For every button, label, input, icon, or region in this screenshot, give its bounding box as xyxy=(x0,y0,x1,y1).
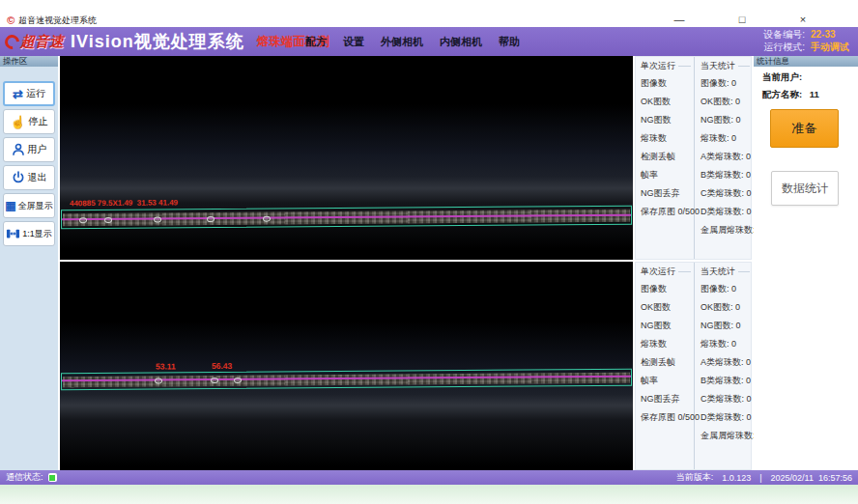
inner-camera-viewport[interactable]: 53.11 56.43 xyxy=(60,262,633,470)
camera1-bounding-box xyxy=(61,206,632,230)
run-icon: ⇄ xyxy=(13,88,23,100)
bead-mark xyxy=(155,378,162,383)
day-stats-column: 当天统计 图像数: 0 OK图数: 0 NG图数: 0 熔珠数: 0 A类熔珠数… xyxy=(695,263,753,469)
minimize-button[interactable]: — xyxy=(669,13,690,26)
stat-row: 熔珠数: 0 xyxy=(701,129,753,148)
close-button[interactable]: × xyxy=(792,13,814,26)
brand-swoosh-icon xyxy=(2,31,22,51)
current-user-label: 当前用户: xyxy=(762,71,802,82)
single-run-title: 单次运行 xyxy=(641,266,694,277)
stats-panel-outer: 单次运行 图像数 OK图数 NG图数 熔珠数 检测丢帧 帧率 NG图丢弃 保存原… xyxy=(635,56,752,260)
user-button[interactable]: 用户 xyxy=(3,137,55,162)
sidebar-title: 操作区 xyxy=(0,56,58,67)
stat-row: C类熔珠数: 0 xyxy=(701,184,753,203)
camera2-detection-overlay: 53.11 56.43 xyxy=(61,358,632,396)
recipe-name-label: 配方名称: xyxy=(762,89,802,99)
run-button[interactable]: ⇄ 运行 xyxy=(3,81,55,106)
bead-mark xyxy=(154,217,161,223)
stat-row: 熔珠数: 0 xyxy=(701,335,753,353)
bead-mark xyxy=(263,216,271,222)
stat-row: NG图数 xyxy=(641,317,694,335)
stat-row: 熔珠数 xyxy=(641,335,694,353)
stat-row: A类熔珠数: 0 xyxy=(701,353,753,372)
stat-row: 熔珠数 xyxy=(641,129,694,148)
fullscreen-button[interactable]: ▦ 全屏显示 xyxy=(3,193,55,218)
menu-outer-camera[interactable]: 外侧相机 xyxy=(381,35,423,49)
stat-row: 图像数: 0 xyxy=(701,74,753,93)
one-to-one-button[interactable]: 1:1显示 xyxy=(3,221,55,246)
recipe-name-value: 11 xyxy=(810,89,819,99)
stats-panel-inner: 单次运行 图像数 OK图数 NG图数 熔珠数 检测丢帧 帧率 NG图丢弃 保存原… xyxy=(635,262,752,470)
stat-row: NG图丢弃 xyxy=(641,390,694,408)
camera1-measurement-annotation: 440885 79.5X1.49 31.53 41.49 xyxy=(70,198,178,208)
camera1-detection-overlay: 440885 79.5X1.49 31.53 41.49 xyxy=(61,195,632,233)
brand-name: 超音速 xyxy=(20,33,64,51)
os-titlebar: © 超音速视觉处理系统 — □ × xyxy=(0,0,858,27)
run-label: 运行 xyxy=(26,87,45,100)
stat-row: 金属屑熔珠数: 0 xyxy=(701,427,753,445)
menu-settings[interactable]: 设置 xyxy=(343,35,364,49)
menu-recipe[interactable]: 配方 xyxy=(305,35,327,49)
stat-row: B类熔珠数: 0 xyxy=(701,372,753,390)
comm-status-led-icon xyxy=(48,473,57,482)
user-icon xyxy=(12,143,25,156)
device-id-label: 设备编号: xyxy=(763,29,805,41)
operation-sidebar: 操作区 ⇄ 运行 ☝ 停止 用户 退出 ▦ 全屏显示 xyxy=(0,56,58,470)
menu-help[interactable]: 帮助 xyxy=(499,35,520,49)
current-user-row: 当前用户: xyxy=(762,71,858,84)
one-to-one-label: 1:1显示 xyxy=(22,228,52,240)
statistics-info-panel: 统计信息 当前用户: 配方名称: 11 准备 数据统计 xyxy=(754,56,858,470)
power-icon xyxy=(12,171,25,184)
fullscreen-icon: ▦ xyxy=(5,200,15,211)
stat-row: C类熔珠数: 0 xyxy=(701,390,753,408)
exit-label: 退出 xyxy=(28,171,47,184)
user-label: 用户 xyxy=(28,143,47,156)
stat-row: NG图数: 0 xyxy=(701,317,753,335)
stop-label: 停止 xyxy=(29,115,48,128)
single-run-column: 单次运行 图像数 OK图数 NG图数 熔珠数 检测丢帧 帧率 NG图丢弃 保存原… xyxy=(636,57,695,259)
stat-row: B类熔珠数: 0 xyxy=(701,166,753,184)
stat-row: 帧率 xyxy=(641,372,694,390)
day-stats-title: 当天统计 xyxy=(701,60,753,71)
stat-row: D类熔珠数: 0 xyxy=(701,203,753,221)
bead-mark xyxy=(207,216,214,222)
camera2-bounding-box xyxy=(61,369,632,391)
status-datetime: 2025/02/11 16:57:56 xyxy=(771,473,852,483)
version-value: 1.0.123 xyxy=(722,473,751,483)
desktop-background xyxy=(0,485,858,504)
page-title: IVision视觉处理系统 xyxy=(71,30,244,53)
stat-row: 图像数: 0 xyxy=(701,280,753,298)
data-statistics-button[interactable]: 数据统计 xyxy=(771,171,839,206)
fullscreen-label: 全屏显示 xyxy=(18,200,53,212)
app-window: © 超音速视觉处理系统 — □ × 超音速 IVision视觉处理系统 熔珠端面… xyxy=(0,0,858,504)
menu-inner-camera[interactable]: 内侧相机 xyxy=(440,35,482,49)
version-block: 当前版本: 1.0.123 | 2025/02/11 16:57:56 xyxy=(676,470,852,485)
maximize-button[interactable]: □ xyxy=(731,13,753,26)
stat-row: OK图数 xyxy=(641,298,694,317)
stat-row: 检测丢帧 xyxy=(641,353,694,372)
run-mode-label: 运行模式: xyxy=(763,42,805,53)
device-info: 设备编号: 22-33 运行模式: 手动调试 xyxy=(763,29,849,53)
comm-status-label: 通信状态: xyxy=(6,471,43,484)
brand-block: 超音速 IVision视觉处理系统 熔珠端面检测 xyxy=(5,27,329,56)
status-divider: | xyxy=(759,473,761,483)
stop-hand-icon: ☝ xyxy=(10,116,25,128)
device-id-value: 22-33 xyxy=(811,29,849,41)
stat-row: 保存原图 0/500 xyxy=(641,408,694,427)
stop-button[interactable]: ☝ 停止 xyxy=(3,109,55,134)
stat-row: NG图数 xyxy=(641,111,694,129)
prepare-button[interactable]: 准备 xyxy=(770,109,839,148)
exit-button[interactable]: 退出 xyxy=(3,165,55,190)
info-panel-title: 统计信息 xyxy=(754,56,858,67)
recipe-name-row: 配方名称: 11 xyxy=(762,89,858,101)
stat-row: D类熔珠数: 0 xyxy=(701,408,753,427)
comm-status: 通信状态: xyxy=(6,470,57,485)
day-stats-column: 当天统计 图像数: 0 OK图数: 0 NG图数: 0 熔珠数: 0 A类熔珠数… xyxy=(695,57,753,259)
outer-camera-viewport[interactable]: 440885 79.5X1.49 31.53 41.49 xyxy=(60,56,633,260)
main-menu: 配方 设置 外侧相机 内侧相机 帮助 xyxy=(305,27,520,56)
stat-row: OK图数 xyxy=(641,93,694,111)
bead-mark xyxy=(234,378,242,383)
stat-row: OK图数: 0 xyxy=(701,298,753,317)
stat-row: NG图丢弃 xyxy=(641,184,694,203)
stat-row: 图像数 xyxy=(641,74,694,93)
